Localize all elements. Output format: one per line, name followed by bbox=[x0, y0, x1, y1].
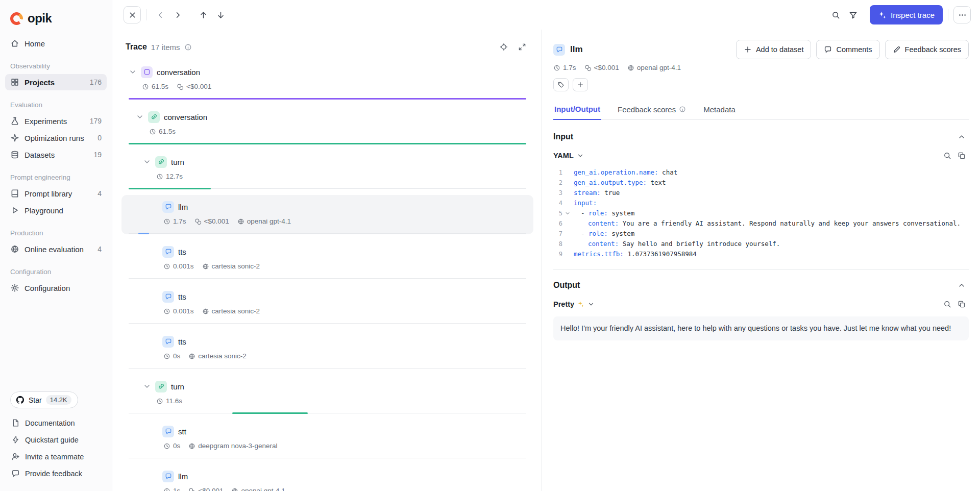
chevron-down-icon[interactable] bbox=[143, 158, 151, 166]
more-options-icon bbox=[958, 11, 967, 19]
focus-selected-button[interactable] bbox=[497, 40, 511, 54]
sidebar-item-projects[interactable]: Projects176 bbox=[5, 74, 107, 90]
sidebar-item-count: 4 bbox=[97, 245, 102, 253]
trace-row-llm[interactable]: llm1s<$0.001openai gpt-4.1 bbox=[121, 464, 533, 491]
trace-row-turn[interactable]: turn12.7s bbox=[121, 150, 533, 189]
plus-icon bbox=[577, 81, 584, 88]
tab-metadata[interactable]: Metadata bbox=[702, 100, 737, 119]
github-star-button[interactable]: Star 14.2K bbox=[10, 391, 78, 408]
line-number: 4 bbox=[553, 198, 562, 208]
trace-row-tts[interactable]: tts0.001scartesia sonic-2 bbox=[121, 240, 533, 279]
line-chevron-spacer bbox=[564, 179, 572, 187]
chevron-up-icon bbox=[958, 281, 966, 289]
trace-tree: conversation61.5s<$0.001conversation61.5… bbox=[120, 60, 534, 491]
chat-icon bbox=[162, 201, 174, 213]
line-number: 6 bbox=[553, 218, 562, 229]
inspect-trace-button[interactable]: Inspect trace bbox=[870, 5, 943, 24]
trace-row-turn[interactable]: turn11.6s bbox=[121, 375, 533, 414]
action-label: Feedback scores bbox=[905, 45, 961, 54]
opik-logo[interactable]: opik bbox=[0, 0, 112, 35]
code-text: - role: system bbox=[572, 229, 634, 239]
sidebar-item-label: Experiments bbox=[24, 117, 67, 126]
filter-button[interactable] bbox=[844, 6, 862, 23]
pencil-icon bbox=[893, 45, 901, 54]
chat-icon bbox=[553, 44, 565, 56]
sidebar-item-label: Optimization runs bbox=[24, 134, 84, 142]
span-label: turn bbox=[171, 158, 184, 166]
trace-row-conversation[interactable]: conversation61.5s<$0.001 bbox=[121, 60, 533, 100]
previous-span-button[interactable] bbox=[194, 6, 212, 23]
trace-row-llm[interactable]: llm1.7s<$0.001openai gpt-4.1 bbox=[121, 195, 533, 234]
previous-trace-button[interactable] bbox=[152, 6, 169, 23]
chat-icon bbox=[162, 291, 174, 303]
collapse-output-button[interactable] bbox=[954, 278, 969, 292]
sidebar-item-experiments[interactable]: Experiments179 bbox=[5, 113, 107, 129]
input-section-header: Input bbox=[553, 130, 969, 144]
more-options-button[interactable] bbox=[953, 6, 971, 23]
grid-icon bbox=[10, 78, 19, 87]
expand-panel-button[interactable] bbox=[515, 40, 529, 54]
detail-tabs: Input/OutputFeedback scoresMetadata bbox=[553, 100, 969, 120]
sidebar-item-count: 19 bbox=[93, 151, 102, 159]
collapse-block-icon[interactable] bbox=[564, 209, 572, 217]
trace-row-stt[interactable]: stt0sdeepgram nova-3-general bbox=[121, 420, 533, 459]
code-line: 3stream: true bbox=[553, 188, 969, 198]
footer-link-provide-feedback[interactable]: Provide feedback bbox=[7, 465, 105, 482]
sidebar-item-home[interactable]: Home bbox=[5, 35, 107, 52]
footer-link-label: Invite a teammate bbox=[25, 453, 84, 461]
output-title: Output bbox=[553, 281, 580, 290]
sidebar-item-prompt-library[interactable]: Prompt library4 bbox=[5, 185, 107, 202]
trace-row-conversation[interactable]: conversation61.5s bbox=[121, 105, 533, 144]
code-text: stream: true bbox=[572, 188, 620, 198]
line-chevron-spacer bbox=[564, 189, 572, 197]
search-input-button[interactable] bbox=[940, 149, 954, 163]
trace-row-tts[interactable]: tts0.001scartesia sonic-2 bbox=[121, 285, 533, 324]
code-text: content: You are a friendly AI assistant… bbox=[572, 218, 961, 229]
chevron-down-icon[interactable] bbox=[129, 68, 137, 76]
next-span-button[interactable] bbox=[212, 6, 229, 23]
footer-link-quickstart-guide[interactable]: Quickstart guide bbox=[7, 431, 105, 448]
sidebar-item-datasets[interactable]: Datasets19 bbox=[5, 146, 107, 163]
meta-text: 1.7s bbox=[173, 217, 186, 225]
trace-row-tts[interactable]: tts0scartesia sonic-2 bbox=[121, 330, 533, 369]
chevron-down-icon[interactable] bbox=[136, 113, 144, 121]
next-trace-button[interactable] bbox=[169, 6, 186, 23]
add-button[interactable] bbox=[573, 78, 588, 91]
footer-link-documentation[interactable]: Documentation bbox=[7, 414, 105, 431]
comments-button[interactable]: Comments bbox=[816, 40, 879, 59]
action-label: Add to dataset bbox=[756, 45, 804, 54]
github-icon bbox=[16, 396, 24, 404]
input-format-select[interactable]: YAML bbox=[553, 152, 584, 160]
sidebar-item-configuration[interactable]: Configuration bbox=[5, 280, 107, 296]
search-icon bbox=[943, 300, 951, 308]
copy-icon bbox=[958, 300, 966, 308]
collapse-input-button[interactable] bbox=[954, 130, 969, 144]
coins-icon bbox=[188, 487, 195, 491]
coins-icon bbox=[194, 218, 202, 225]
search-output-button[interactable] bbox=[940, 297, 954, 311]
feedback-scores-button[interactable]: Feedback scores bbox=[885, 40, 969, 59]
span-meta-globe: openai gpt-4.1 bbox=[627, 64, 681, 71]
sidebar-item-optimization-runs[interactable]: Optimization runs0 bbox=[5, 130, 107, 146]
code-text: - role: system bbox=[572, 208, 634, 218]
database-icon bbox=[10, 150, 19, 159]
close-trace-button[interactable] bbox=[124, 6, 141, 23]
output-format-select[interactable]: Pretty bbox=[553, 300, 595, 308]
add-tag-button[interactable] bbox=[553, 78, 569, 91]
tab-feedback-scores[interactable]: Feedback scores bbox=[617, 100, 687, 119]
sidebar-item-playground[interactable]: Playground bbox=[5, 202, 107, 218]
chevron-down-icon[interactable] bbox=[143, 382, 151, 390]
span-meta-clock: 0s bbox=[163, 352, 180, 360]
tab-input-output[interactable]: Input/Output bbox=[553, 100, 601, 120]
add-to-dataset-button[interactable]: Add to dataset bbox=[736, 40, 812, 59]
footer-link-label: Provide feedback bbox=[25, 470, 82, 478]
search-button[interactable] bbox=[827, 6, 844, 23]
span-timeline-track bbox=[129, 278, 526, 279]
copy-input-button[interactable] bbox=[954, 149, 969, 163]
sidebar-item-online-evaluation[interactable]: Online evaluation4 bbox=[5, 241, 107, 257]
span-timeline-track bbox=[129, 143, 526, 144]
footer-link-invite-a-teammate[interactable]: Invite a teammate bbox=[7, 448, 105, 465]
code-line: 4input: bbox=[553, 198, 969, 208]
chat-icon bbox=[162, 471, 174, 482]
copy-output-button[interactable] bbox=[954, 297, 969, 311]
